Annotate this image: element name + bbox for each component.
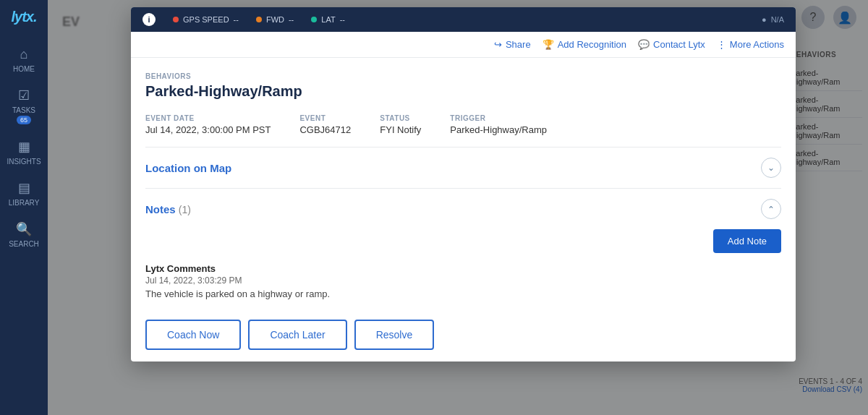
event-modal: i GPS SPEED -- FWD -- LAT -- ● N/A xyxy=(131,7,796,361)
status-item: STATUS FYI Notify xyxy=(380,114,421,135)
logo: lytx. xyxy=(11,9,36,25)
gps-speed-value: -- xyxy=(234,15,239,24)
event-id-item: EVENT CGBJ64712 xyxy=(299,114,351,135)
lat-value: -- xyxy=(340,15,345,24)
behaviors-field-label: BEHAVIORS xyxy=(145,72,781,80)
contact-lytx-label: Contact Lytx xyxy=(653,39,705,50)
notes-section-title: Notes (1) xyxy=(145,203,191,215)
notes-section: Notes (1) ⌄ Add Note Lytx Comments Jul 1… xyxy=(145,189,781,308)
more-actions-icon: ⋮ xyxy=(717,39,726,50)
notes-section-header[interactable]: Notes (1) ⌄ xyxy=(145,189,781,229)
contact-icon: 💬 xyxy=(638,39,650,50)
share-action[interactable]: ↪ Share xyxy=(494,39,531,50)
status-value: FYI Notify xyxy=(380,124,421,135)
event-date-label: EVENT DATE xyxy=(145,114,271,122)
fwd-dot xyxy=(256,17,262,22)
add-recognition-label: Add Recognition xyxy=(558,39,626,50)
sidebar: lytx. ⌂ HOME ☑ TASKS 65 ▦ INSIGHTS ▤ LIB… xyxy=(0,0,48,415)
notes-count: (1) xyxy=(179,204,191,215)
lat-label: LAT xyxy=(321,15,335,24)
sidebar-item-library[interactable]: ▤ LIBRARY xyxy=(0,173,48,214)
share-icon: ↪ xyxy=(494,39,502,50)
event-date-item: EVENT DATE Jul 14, 2022, 3:00:00 PM PST xyxy=(145,114,271,135)
library-icon: ▤ xyxy=(18,180,30,196)
status-label: STATUS xyxy=(380,114,421,122)
location-section-header[interactable]: Location on Map ⌄ xyxy=(145,147,781,188)
event-date-value: Jul 14, 2022, 3:00:00 PM PST xyxy=(145,124,271,135)
sidebar-item-insights[interactable]: ▦ INSIGHTS xyxy=(0,132,48,173)
gps-speed-label: GPS SPEED xyxy=(183,15,229,24)
modal-header-bar: i GPS SPEED -- FWD -- LAT -- ● N/A xyxy=(131,7,796,32)
gps-speed-dot xyxy=(173,17,179,22)
more-actions-label: More Actions xyxy=(730,39,784,50)
add-note-button[interactable]: Add Note xyxy=(713,229,781,253)
tasks-icon: ☑ xyxy=(18,87,30,103)
nla-badge: ● N/A xyxy=(762,15,784,24)
location-section-title: Location on Map xyxy=(145,162,231,174)
modal-toolbar: ↪ Share 🏆 Add Recognition 💬 Contact Lytx… xyxy=(131,32,796,58)
fwd-value: -- xyxy=(289,15,294,24)
note-item-0: Lytx Comments Jul 14, 2022, 3:03:29 PM T… xyxy=(145,263,781,299)
note-author: Lytx Comments xyxy=(145,263,781,274)
contact-lytx-action[interactable]: 💬 Contact Lytx xyxy=(638,39,705,50)
note-text: The vehicle is parked on a highway or ra… xyxy=(145,288,781,299)
main-content: ? 👤 EV BEHAVIORS Parked-Highway/Ram Park… xyxy=(48,0,868,415)
event-label: EVENT xyxy=(299,114,351,122)
coach-later-button[interactable]: Coach Later xyxy=(248,320,346,350)
add-recognition-action[interactable]: 🏆 Add Recognition xyxy=(542,39,626,50)
location-chevron-btn[interactable]: ⌄ xyxy=(761,158,781,178)
insights-icon: ▦ xyxy=(18,139,30,155)
share-label: Share xyxy=(506,39,531,50)
note-date: Jul 14, 2022, 3:03:29 PM xyxy=(145,275,781,286)
lat-group: LAT -- xyxy=(311,15,345,24)
more-actions-action[interactable]: ⋮ More Actions xyxy=(717,39,784,50)
event-meta: EVENT DATE Jul 14, 2022, 3:00:00 PM PST … xyxy=(145,114,781,147)
lat-dot xyxy=(311,17,317,22)
sidebar-item-search[interactable]: 🔍 SEARCH xyxy=(0,214,48,255)
notes-chevron-btn[interactable]: ⌄ xyxy=(761,199,781,219)
recognition-icon: 🏆 xyxy=(542,39,554,50)
add-note-row: Add Note xyxy=(145,229,781,253)
nla-value: N/A xyxy=(771,15,784,24)
resolve-button[interactable]: Resolve xyxy=(354,320,435,350)
tasks-badge: 65 xyxy=(17,116,31,124)
sidebar-item-home[interactable]: ⌂ HOME xyxy=(0,40,48,80)
location-section: Location on Map ⌄ xyxy=(145,147,781,189)
notes-content: Add Note Lytx Comments Jul 14, 2022, 3:0… xyxy=(145,229,781,308)
trigger-item: TRIGGER Parked-Highway/Ramp xyxy=(450,114,547,135)
coach-now-button[interactable]: Coach Now xyxy=(145,320,241,350)
search-icon: 🔍 xyxy=(16,221,32,237)
sidebar-item-tasks[interactable]: ☑ TASKS 65 xyxy=(0,80,48,132)
fwd-label: FWD xyxy=(266,15,284,24)
trigger-label: TRIGGER xyxy=(450,114,547,122)
home-icon: ⌂ xyxy=(20,47,28,62)
event-value: CGBJ64712 xyxy=(299,124,351,135)
gps-speed-group: GPS SPEED -- xyxy=(173,15,239,24)
info-dot: i xyxy=(142,13,156,26)
modal-body: BEHAVIORS Parked-Highway/Ramp EVENT DATE… xyxy=(131,58,796,308)
behavior-title: Parked-Highway/Ramp xyxy=(145,83,781,100)
trigger-value: Parked-Highway/Ramp xyxy=(450,124,547,135)
fwd-group: FWD -- xyxy=(256,15,294,24)
modal-footer: Coach Now Coach Later Resolve xyxy=(131,308,796,361)
